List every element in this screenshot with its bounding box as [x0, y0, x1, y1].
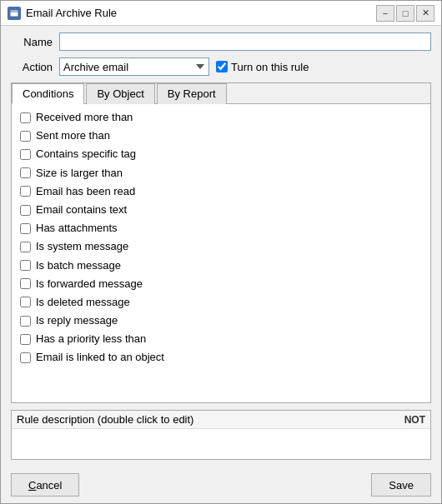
condition-label-email-contains-text: Email contains text — [36, 202, 127, 217]
cancel-underline-char: C — [28, 479, 36, 492]
condition-item-size-is-larger-than: Size is larger than — [18, 165, 424, 182]
turn-on-text: Turn on this rule — [231, 61, 309, 73]
condition-item-is-deleted-message: Is deleted message — [18, 294, 424, 311]
condition-checkbox-email-linked-to-object[interactable] — [20, 352, 31, 363]
maximize-button[interactable]: □ — [396, 5, 414, 22]
rule-description-box: Rule description (double click to edit) … — [11, 410, 431, 460]
save-button[interactable]: Save — [371, 473, 431, 497]
rule-desc-header: Rule description (double click to edit) … — [12, 411, 430, 429]
condition-label-is-batch-message: Is batch message — [36, 258, 121, 273]
condition-label-has-attachments: Has attachments — [36, 221, 118, 236]
condition-item-is-forwarded-message: Is forwarded message — [18, 276, 424, 292]
condition-label-received-more-than: Received more than — [36, 110, 133, 125]
title-bar-left: Email Archive Rule — [8, 7, 117, 20]
condition-checkbox-contains-specific-tag[interactable] — [20, 149, 31, 160]
rule-desc-label: Rule description (double click to edit) — [17, 413, 193, 426]
condition-checkbox-email-has-been-read[interactable] — [20, 186, 31, 197]
condition-checkbox-is-deleted-message[interactable] — [20, 297, 31, 307]
main-window: Email Archive Rule − □ ✕ Name Action Arc… — [0, 0, 442, 504]
condition-item-is-system-message: Is system message — [18, 238, 424, 255]
condition-checkbox-sent-more-than[interactable] — [20, 131, 31, 142]
condition-checkbox-is-reply-message[interactable] — [20, 316, 31, 327]
condition-checkbox-is-batch-message[interactable] — [20, 260, 31, 271]
tab-conditions[interactable]: Conditions — [12, 83, 84, 104]
svg-rect-0 — [10, 10, 18, 17]
title-controls: − □ ✕ — [376, 5, 434, 22]
condition-checkbox-has-attachments[interactable] — [20, 223, 31, 234]
tab-header: Conditions By Object By Report — [12, 83, 430, 104]
title-bar: Email Archive Rule − □ ✕ — [1, 1, 441, 26]
condition-checkbox-is-forwarded-message[interactable] — [20, 278, 31, 289]
condition-label-is-deleted-message: Is deleted message — [36, 295, 130, 310]
condition-item-sent-more-than: Sent more than — [18, 127, 424, 144]
window-icon — [8, 7, 21, 20]
action-row: Action Archive email Turn on this rule — [11, 57, 431, 76]
condition-item-email-contains-text: Email contains text — [18, 202, 424, 218]
condition-item-email-linked-to-object: Email is linked to an object — [18, 349, 424, 366]
condition-checkbox-has-priority-less-than[interactable] — [20, 334, 31, 345]
condition-checkbox-size-is-larger-than[interactable] — [20, 167, 31, 178]
window-title: Email Archive Rule — [26, 7, 117, 19]
conditions-list: Received more thanSent more thanContains… — [12, 104, 430, 402]
condition-item-is-reply-message: Is reply message — [18, 312, 424, 329]
condition-label-is-forwarded-message: Is forwarded message — [36, 277, 143, 292]
name-input[interactable] — [59, 32, 431, 51]
condition-item-received-more-than: Received more than — [18, 109, 424, 126]
dialog-footer: Cancel Save — [1, 467, 441, 503]
tab-by-object[interactable]: By Object — [86, 83, 154, 104]
condition-item-contains-specific-tag: Contains specific tag — [18, 146, 424, 162]
not-badge: NOT — [404, 414, 425, 426]
condition-label-is-system-message: Is system message — [36, 239, 128, 254]
dialog-content: Name Action Archive email Turn on this r… — [1, 26, 441, 467]
condition-label-size-is-larger-than: Size is larger than — [36, 166, 123, 181]
name-row: Name — [11, 32, 431, 51]
action-select[interactable]: Archive email — [59, 57, 209, 76]
condition-checkbox-received-more-than[interactable] — [20, 112, 31, 123]
action-label: Action — [11, 61, 53, 73]
turn-on-checkbox[interactable] — [216, 61, 228, 72]
condition-item-is-batch-message: Is batch message — [18, 257, 424, 274]
close-button[interactable]: ✕ — [416, 5, 434, 22]
condition-label-is-reply-message: Is reply message — [36, 313, 118, 328]
tab-by-report[interactable]: By Report — [157, 83, 227, 104]
rule-desc-content[interactable] — [12, 429, 430, 459]
tabs-area: Conditions By Object By Report Received … — [11, 82, 431, 403]
name-label: Name — [11, 36, 53, 48]
minimize-button[interactable]: − — [376, 5, 394, 22]
condition-label-email-has-been-read: Email has been read — [36, 184, 135, 199]
condition-label-sent-more-than: Sent more than — [36, 128, 110, 143]
turn-on-label[interactable]: Turn on this rule — [216, 61, 309, 73]
cancel-button[interactable]: Cancel — [11, 473, 79, 497]
condition-label-email-linked-to-object: Email is linked to an object — [36, 350, 164, 365]
condition-item-has-attachments: Has attachments — [18, 220, 424, 237]
cancel-rest: ancel — [36, 479, 62, 492]
condition-label-has-priority-less-than: Has a priority less than — [36, 332, 146, 347]
condition-item-email-has-been-read: Email has been read — [18, 183, 424, 200]
condition-label-contains-specific-tag: Contains specific tag — [36, 147, 136, 162]
condition-item-has-priority-less-than: Has a priority less than — [18, 331, 424, 347]
condition-checkbox-email-contains-text[interactable] — [20, 205, 31, 216]
condition-checkbox-is-system-message[interactable] — [20, 242, 31, 252]
